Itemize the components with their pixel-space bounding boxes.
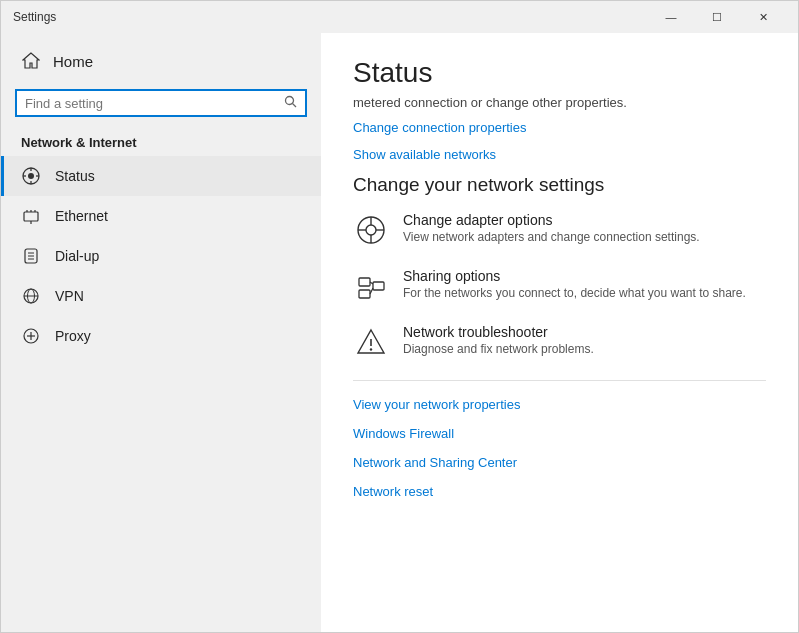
svg-line-1 — [293, 104, 297, 108]
search-box[interactable] — [15, 89, 307, 117]
minimize-button[interactable]: — — [648, 1, 694, 33]
sidebar-label-status: Status — [55, 168, 95, 184]
bottom-links: View your network properties Windows Fir… — [353, 397, 766, 511]
sidebar-label-dialup: Dial-up — [55, 248, 99, 264]
sidebar-item-vpn[interactable]: VPN — [1, 276, 321, 316]
sidebar-item-proxy[interactable]: Proxy — [1, 316, 321, 356]
sharing-icon — [353, 268, 389, 304]
page-title: Status — [353, 57, 766, 89]
sidebar-item-ethernet[interactable]: Ethernet — [1, 196, 321, 236]
view-network-props-link[interactable]: View your network properties — [353, 397, 766, 412]
svg-point-3 — [28, 173, 34, 179]
svg-point-0 — [286, 97, 294, 105]
troubleshooter-icon — [353, 324, 389, 360]
home-icon — [21, 51, 41, 71]
sidebar-item-status[interactable]: Status — [1, 156, 321, 196]
troubleshooter-title: Network troubleshooter — [403, 324, 594, 340]
dialup-icon — [21, 246, 41, 266]
title-bar-left: Settings — [13, 10, 56, 24]
main-panel: Status metered connection or change othe… — [321, 33, 798, 632]
sidebar-label-proxy: Proxy — [55, 328, 91, 344]
sharing-text: Sharing options For the networks you con… — [403, 268, 746, 300]
windows-firewall-link[interactable]: Windows Firewall — [353, 426, 766, 441]
settings-window: Settings — ☐ ✕ Home — [0, 0, 799, 633]
sidebar-label-vpn: VPN — [55, 288, 84, 304]
sharing-title: Sharing options — [403, 268, 746, 284]
network-sharing-center-link[interactable]: Network and Sharing Center — [353, 455, 766, 470]
svg-rect-8 — [24, 212, 38, 221]
sidebar-label-ethernet: Ethernet — [55, 208, 108, 224]
search-icon — [284, 95, 297, 111]
settings-item-troubleshooter[interactable]: Network troubleshooter Diagnose and fix … — [353, 324, 766, 360]
ethernet-icon — [21, 206, 41, 226]
troubleshooter-desc: Diagnose and fix network problems. — [403, 342, 594, 356]
subtitle-text: metered connection or change other prope… — [353, 95, 766, 110]
network-reset-link[interactable]: Network reset — [353, 484, 766, 499]
troubleshooter-text: Network troubleshooter Diagnose and fix … — [403, 324, 594, 356]
svg-point-24 — [366, 225, 376, 235]
svg-rect-31 — [373, 282, 384, 290]
sharing-desc: For the networks you connect to, decide … — [403, 286, 746, 300]
sidebar-item-dialup[interactable]: Dial-up — [1, 236, 321, 276]
home-label: Home — [53, 53, 93, 70]
search-input[interactable] — [25, 96, 278, 111]
title-bar-controls: — ☐ ✕ — [648, 1, 786, 33]
adapter-icon — [353, 212, 389, 248]
svg-point-36 — [370, 348, 372, 350]
sidebar: Home Network & Internet — [1, 33, 321, 632]
title-bar: Settings — ☐ ✕ — [1, 1, 798, 33]
svg-rect-29 — [359, 278, 370, 286]
svg-rect-30 — [359, 290, 370, 298]
proxy-icon — [21, 326, 41, 346]
change-connection-props-link[interactable]: Change connection properties — [353, 120, 766, 135]
adapter-desc: View network adapters and change connect… — [403, 230, 700, 244]
show-available-networks-link[interactable]: Show available networks — [353, 147, 766, 162]
adapter-title: Change adapter options — [403, 212, 700, 228]
content-area: Home Network & Internet — [1, 33, 798, 632]
section-title: Change your network settings — [353, 174, 766, 196]
vpn-icon — [21, 286, 41, 306]
close-button[interactable]: ✕ — [740, 1, 786, 33]
app-title: Settings — [13, 10, 56, 24]
adapter-text: Change adapter options View network adap… — [403, 212, 700, 244]
status-icon — [21, 166, 41, 186]
sidebar-section-label: Network & Internet — [1, 125, 321, 156]
maximize-button[interactable]: ☐ — [694, 1, 740, 33]
settings-item-sharing[interactable]: Sharing options For the networks you con… — [353, 268, 766, 304]
sidebar-item-home[interactable]: Home — [1, 41, 321, 81]
divider — [353, 380, 766, 381]
settings-item-adapter[interactable]: Change adapter options View network adap… — [353, 212, 766, 248]
